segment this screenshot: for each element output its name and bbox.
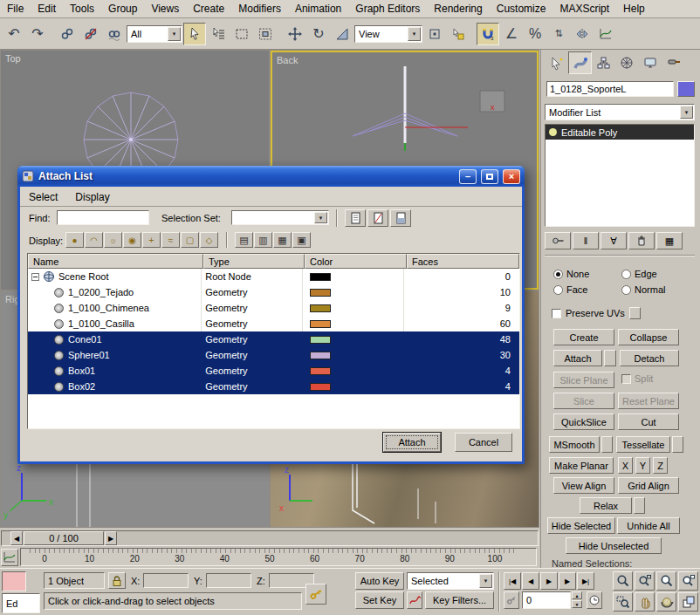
constraint-none-radio[interactable]: None bbox=[553, 269, 589, 279]
collapse-expander-icon[interactable] bbox=[31, 273, 39, 281]
view-align-button[interactable]: View Align bbox=[553, 477, 614, 494]
table-row[interactable]: Box01 Geometry 4 bbox=[28, 363, 519, 379]
selection-lock-icon[interactable] bbox=[108, 572, 126, 589]
arc-rotate-button[interactable] bbox=[656, 592, 676, 612]
time-configuration-icon[interactable] bbox=[587, 591, 602, 609]
use-pivot-center-icon[interactable] bbox=[423, 23, 446, 45]
table-row[interactable]: Box02 Geometry 4 bbox=[28, 379, 519, 394]
tab-hierarchy-icon[interactable] bbox=[592, 51, 615, 74]
time-slider-left-arrow[interactable]: ◀ bbox=[10, 531, 23, 545]
select-and-scale-icon[interactable] bbox=[331, 23, 353, 45]
zoom-extents-button[interactable] bbox=[656, 571, 676, 591]
hide-selected-button[interactable]: Hide Selected bbox=[547, 517, 615, 534]
column-header-faces[interactable]: Faces bbox=[407, 254, 519, 269]
relax-button[interactable]: Relax bbox=[580, 497, 632, 514]
detach-button[interactable]: Detach bbox=[620, 350, 679, 366]
tessellate-button[interactable]: Tessellate bbox=[616, 436, 670, 453]
object-color-swatch[interactable] bbox=[677, 81, 695, 97]
menu-item[interactable]: Graph Editors bbox=[348, 0, 427, 17]
key-filters-button[interactable]: Key Filters... bbox=[425, 591, 494, 609]
table-row[interactable]: Cone01 Geometry 48 bbox=[28, 331, 519, 347]
list-view-icon[interactable]: ▤ bbox=[235, 232, 253, 248]
remove-modifier-icon[interactable] bbox=[628, 232, 655, 249]
spacewarps-filter-icon[interactable]: ≈ bbox=[161, 232, 180, 248]
groups-filter-icon[interactable]: ▢ bbox=[181, 232, 199, 248]
relax-settings-button[interactable] bbox=[634, 497, 645, 514]
planar-y-button[interactable]: Y bbox=[635, 457, 650, 474]
grid-align-button[interactable]: Grid Align bbox=[618, 477, 679, 494]
select-and-move-icon[interactable] bbox=[284, 23, 306, 45]
viewport-label[interactable]: Top bbox=[5, 53, 21, 64]
constraint-edge-radio[interactable]: Edge bbox=[621, 269, 657, 279]
time-slider-handle[interactable]: 0 / 100 bbox=[24, 531, 104, 545]
selection-filter-dropdown[interactable]: All▼ bbox=[127, 25, 182, 43]
undo-icon[interactable]: ↶ bbox=[3, 23, 25, 45]
menu-item[interactable]: Views bbox=[144, 0, 186, 17]
geometry-filter-icon[interactable]: ● bbox=[65, 232, 84, 248]
attach-confirm-button[interactable]: Attach bbox=[383, 433, 441, 452]
lightbulb-icon[interactable] bbox=[549, 128, 557, 136]
table-row[interactable]: 1_0200_Tejado Geometry 10 bbox=[28, 284, 519, 300]
column-header-color[interactable]: Color bbox=[305, 254, 407, 269]
attach-list-button[interactable] bbox=[604, 350, 616, 366]
maxscript-mini-listener[interactable]: Ed bbox=[2, 593, 40, 613]
reference-coordinate-dropdown[interactable]: View▼ bbox=[354, 25, 422, 43]
dialog-menu-item[interactable]: Select bbox=[20, 188, 66, 206]
select-by-name-icon[interactable] bbox=[207, 23, 230, 45]
make-planar-button[interactable]: Make Planar bbox=[549, 457, 614, 474]
frame-spinner[interactable]: ▲ ▼ bbox=[572, 591, 582, 609]
current-frame-field[interactable]: 0 bbox=[522, 591, 571, 609]
xrefs-filter-icon[interactable]: ◇ bbox=[200, 232, 218, 248]
spinner-up-icon[interactable]: ▲ bbox=[572, 591, 582, 599]
next-frame-button[interactable]: ▶ bbox=[559, 572, 576, 590]
configure-stack-icon[interactable]: ▦ bbox=[656, 232, 683, 249]
go-to-end-button[interactable]: ▶| bbox=[577, 572, 594, 590]
tab-utilities-icon[interactable] bbox=[662, 51, 686, 74]
modifier-stack-item[interactable]: Editable Poly bbox=[546, 125, 694, 140]
detail-view-icon[interactable]: ▥ bbox=[254, 232, 272, 248]
dialog-title-bar[interactable]: Attach List – × bbox=[17, 166, 525, 187]
reset-plane-button[interactable]: Reset Plane bbox=[618, 393, 679, 409]
snaps-toggle-icon[interactable]: 3 bbox=[477, 23, 499, 45]
table-row[interactable]: 1_0100_Casilla Geometry 60 bbox=[28, 316, 519, 331]
attach-button[interactable]: Attach bbox=[553, 350, 602, 366]
mini-curve-editor-icon[interactable] bbox=[1, 549, 18, 566]
menu-item[interactable]: Edit bbox=[31, 0, 63, 17]
dropdown-arrow-icon[interactable]: ▼ bbox=[314, 212, 327, 223]
show-end-result-icon[interactable]: ‖ bbox=[573, 232, 599, 249]
select-all-button[interactable] bbox=[345, 209, 366, 227]
select-object-icon[interactable] bbox=[183, 23, 206, 45]
rectangular-selection-region-icon[interactable] bbox=[230, 23, 253, 45]
collapse-button[interactable]: Collapse bbox=[618, 329, 679, 345]
tab-display-icon[interactable] bbox=[639, 51, 662, 74]
menu-item[interactable]: Animation bbox=[288, 0, 348, 17]
create-button[interactable]: Create bbox=[553, 329, 614, 345]
msmooth-button[interactable]: MSmooth bbox=[549, 436, 600, 453]
column-header-type[interactable]: Type bbox=[203, 254, 305, 269]
menu-item[interactable]: Create bbox=[186, 0, 231, 17]
table-row[interactable]: 1_0100_Chimenea Geometry 9 bbox=[28, 300, 519, 316]
modifier-list-dropdown[interactable]: Modifier List▼ bbox=[545, 104, 695, 120]
find-input[interactable] bbox=[57, 210, 149, 225]
auto-key-button[interactable]: Auto Key bbox=[355, 572, 404, 590]
menu-item[interactable]: Tools bbox=[63, 0, 101, 17]
play-button[interactable]: ▶ bbox=[540, 572, 558, 590]
y-coord-field[interactable] bbox=[206, 573, 251, 588]
window-crossing-toggle-icon[interactable] bbox=[254, 23, 277, 45]
dialog-menu-item[interactable]: Display bbox=[66, 188, 118, 206]
quickslice-button[interactable]: QuickSlice bbox=[553, 413, 614, 430]
previous-frame-button[interactable]: ◀ bbox=[522, 572, 539, 590]
select-and-link-icon[interactable] bbox=[56, 23, 79, 45]
dropdown-arrow-icon[interactable]: ▼ bbox=[680, 106, 693, 119]
zoom-region-button[interactable] bbox=[613, 592, 633, 612]
slice-plane-button[interactable]: Slice Plane bbox=[553, 372, 614, 388]
lights-filter-icon[interactable]: ☼ bbox=[104, 232, 122, 248]
unhide-all-button[interactable]: Unhide All bbox=[617, 517, 680, 534]
hide-unselected-button[interactable]: Hide Unselected bbox=[566, 537, 662, 554]
select-none-button[interactable] bbox=[367, 209, 388, 227]
split-checkbox[interactable]: Split bbox=[621, 373, 653, 384]
keyboard-override-icon[interactable] bbox=[305, 584, 326, 605]
cameras-filter-icon[interactable]: ◉ bbox=[123, 232, 141, 248]
menu-item[interactable]: Modifiers bbox=[231, 0, 288, 17]
mirror-icon[interactable] bbox=[571, 23, 594, 45]
